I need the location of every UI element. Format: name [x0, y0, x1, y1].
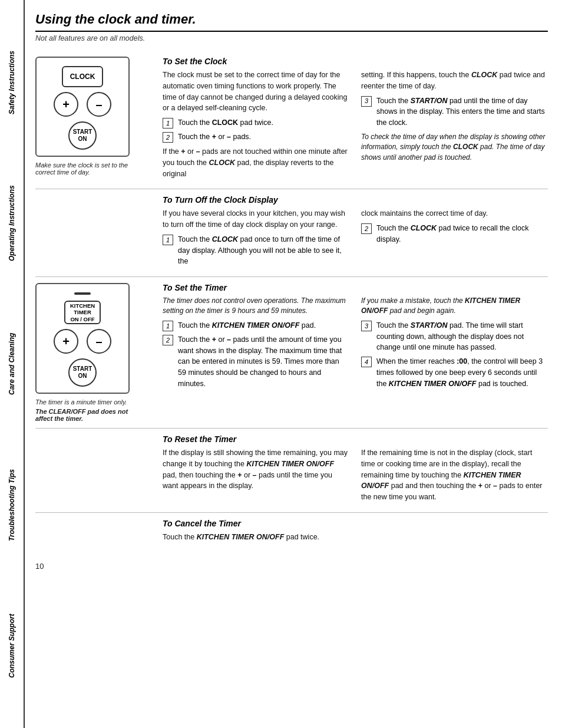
- timer-step-4: 4 When the timer reaches :00, the contro…: [361, 356, 548, 389]
- clock-intro: The clock must be set to the correct tim…: [163, 70, 349, 114]
- timer-section-text: To Set the Timer The timer does not cont…: [163, 283, 548, 422]
- timer-step-3-num: 3: [361, 321, 372, 331]
- clock-display-steps: 1 Touch the CLOCK pad once to turn off t…: [163, 234, 349, 267]
- reset-timer-right-text: If the remaining time is not in the disp…: [361, 447, 548, 503]
- sidebar: Safety Instructions Operating Instructio…: [0, 0, 25, 728]
- timer-caption-2: The CLEAR/OFF pad does not affect the ti…: [35, 408, 130, 422]
- sidebar-item-operating: Operating Instructions: [8, 153, 16, 294]
- cancel-timer-title: To Cancel the Timer: [163, 519, 548, 528]
- timer-plus-minus-row: + –: [54, 329, 111, 354]
- main-content: Using the clock and timer. Not all featu…: [25, 0, 562, 728]
- reset-timer-left-text: If the display is still showing the time…: [163, 447, 349, 492]
- kitchen-timer-button: KITCHENTIMERON / OFF: [64, 301, 101, 324]
- clock-note-1: If the + or – pads are not touched withi…: [163, 146, 349, 179]
- plus-button: +: [54, 92, 78, 117]
- minus-button: –: [87, 92, 111, 117]
- timer-dash: [74, 292, 91, 295]
- timer-minus-button: –: [87, 329, 111, 354]
- timer-step-1-text: Touch the KITCHEN TIMER ON/OFF pad.: [178, 320, 316, 331]
- reset-timer-right: If the remaining time is not in the disp…: [361, 447, 548, 506]
- clock-step-3-text: Touch the START/ON pad until the time of…: [376, 95, 548, 129]
- sidebar-item-consumer: Consumer Support: [8, 575, 16, 716]
- clock-display-step-1-text: Touch the CLOCK pad once to turn off the…: [178, 234, 349, 267]
- clock-display-intro: If you have several clocks in your kitch…: [163, 208, 349, 230]
- clock-step-1: 1 Touch the CLOCK pad twice.: [163, 117, 349, 129]
- reset-timer-two-col: If the display is still showing the time…: [163, 447, 548, 506]
- timer-step-3: 3 Touch the START/ON pad. The time will …: [361, 320, 548, 353]
- timer-diagram-area: KITCHENTIMERON / OFF + – STARTON The tim…: [35, 283, 153, 422]
- clock-section-title: To Set the Clock: [163, 57, 548, 66]
- reset-timer-left-empty: [35, 434, 153, 506]
- sidebar-item-troubleshooting: Troubleshooting Tips: [8, 434, 16, 575]
- clock-diagram: CLOCK + – STARTON: [35, 57, 130, 157]
- page-title: Using the clock and timer.: [35, 12, 548, 32]
- clock-display-step-2-list: 2 Touch the CLOCK pad twice to recall th…: [361, 223, 548, 245]
- clock-diagram-area: CLOCK + – STARTON Make sure the clock is…: [35, 57, 153, 183]
- clock-button: CLOCK: [62, 66, 103, 87]
- cancel-timer-text: To Cancel the Timer Touch the KITCHEN TI…: [163, 519, 548, 546]
- clock-steps: 1 Touch the CLOCK pad twice. 2 Touch the…: [163, 117, 349, 143]
- timer-step-3-text: Touch the START/ON pad. The time will st…: [376, 320, 548, 353]
- clock-display-section: To Turn Off the Clock Display If you hav…: [35, 189, 548, 277]
- clock-section: CLOCK + – STARTON Make sure the clock is…: [35, 51, 548, 189]
- clock-section-text: To Set the Clock The clock must be set t…: [163, 57, 548, 183]
- clock-step-2-text: Touch the + or – pads.: [178, 131, 251, 143]
- clock-display-left-empty: [35, 195, 153, 271]
- start-on-button: STARTON: [68, 121, 97, 150]
- timer-step-2-num: 2: [163, 335, 173, 345]
- clock-step-1-text: Touch the CLOCK pad twice.: [178, 117, 273, 129]
- timer-step-1: 1 Touch the KITCHEN TIMER ON/OFF pad.: [163, 320, 349, 331]
- timer-right-col: If you make a mistake, touch the KITCHEN…: [361, 296, 548, 393]
- clock-display-left: If you have several clocks in your kitch…: [163, 208, 349, 271]
- clock-display-continued: clock maintains the correct time of day.: [361, 208, 548, 219]
- timer-left-col: The timer does not control oven operatio…: [163, 296, 349, 393]
- clock-note-2: setting. If this happens, touch the CLOC…: [361, 70, 548, 92]
- clock-display-text: To Turn Off the Clock Display If you hav…: [163, 195, 548, 271]
- timer-note-italic: The timer does not control oven operatio…: [163, 296, 349, 317]
- clock-display-title: To Turn Off the Clock Display: [163, 195, 548, 205]
- display-step-1-num: 1: [163, 235, 173, 245]
- clock-left-col: The clock must be set to the correct tim…: [163, 70, 349, 183]
- reset-timer-section: To Reset the Timer If the display is sti…: [35, 429, 548, 513]
- clock-right-col: setting. If this happens, touch the CLOC…: [361, 70, 548, 183]
- timer-step-4-text: When the timer reaches :00, the control …: [376, 356, 548, 389]
- timer-start-on-button: STARTON: [68, 358, 97, 387]
- clock-display-step-2: 2 Touch the CLOCK pad twice to recall th…: [361, 223, 548, 245]
- page-subtitle: Not all features are on all models.: [35, 34, 548, 42]
- timer-caption-1: The timer is a minute timer only.: [35, 398, 130, 406]
- timer-plus-button: +: [54, 329, 78, 354]
- page-number: 10: [35, 562, 548, 571]
- cancel-timer-left-empty: [35, 519, 153, 546]
- clock-display-right: clock maintains the correct time of day.…: [361, 208, 548, 271]
- display-step-2-num: 2: [361, 223, 372, 234]
- clock-diagram-caption: Make sure the clock is set to the correc…: [35, 162, 130, 176]
- timer-step-4-num: 4: [361, 357, 372, 367]
- cancel-timer-section: To Cancel the Timer Touch the KITCHEN TI…: [35, 513, 548, 552]
- clock-step-3-list: 3 Touch the START/ON pad until the time …: [361, 95, 548, 129]
- sidebar-item-safety: Safety Instructions: [8, 12, 16, 153]
- plus-minus-row: + –: [54, 92, 111, 117]
- step-2-num: 2: [163, 132, 173, 143]
- timer-section: KITCHENTIMERON / OFF + – STARTON The tim…: [35, 277, 548, 429]
- timer-step-2: 2 Touch the + or – pads until the amount…: [163, 334, 349, 390]
- step-3-num: 3: [361, 96, 372, 107]
- cancel-timer-body: Touch the KITCHEN TIMER ON/OFF pad twice…: [163, 532, 548, 543]
- timer-two-col: The timer does not control oven operatio…: [163, 296, 548, 393]
- clock-step-2: 2 Touch the + or – pads.: [163, 131, 349, 143]
- timer-step-2-text: Touch the + or – pads until the amount o…: [178, 334, 349, 390]
- sidebar-item-care: Care and Cleaning: [8, 294, 16, 434]
- reset-timer-text: To Reset the Timer If the display is sti…: [163, 434, 548, 506]
- reset-timer-left: If the display is still showing the time…: [163, 447, 349, 506]
- timer-steps: 1 Touch the KITCHEN TIMER ON/OFF pad. 2 …: [163, 320, 349, 390]
- timer-mistake-note: If you make a mistake, touch the KITCHEN…: [361, 296, 548, 317]
- clock-display-step-1: 1 Touch the CLOCK pad once to turn off t…: [163, 234, 349, 267]
- clock-step-3: 3 Touch the START/ON pad until the time …: [361, 95, 548, 129]
- timer-diagram: KITCHENTIMERON / OFF + – STARTON: [35, 283, 130, 394]
- timer-section-title: To Set the Timer: [163, 283, 548, 292]
- step-1-num: 1: [163, 118, 173, 129]
- clock-italic-note: To check the time of day when the displa…: [361, 132, 548, 163]
- clock-display-step-2-text: Touch the CLOCK pad twice to recall the …: [376, 223, 548, 245]
- timer-right-steps: 3 Touch the START/ON pad. The time will …: [361, 320, 548, 390]
- clock-display-two-col: If you have several clocks in your kitch…: [163, 208, 548, 271]
- clock-two-col: The clock must be set to the correct tim…: [163, 70, 548, 183]
